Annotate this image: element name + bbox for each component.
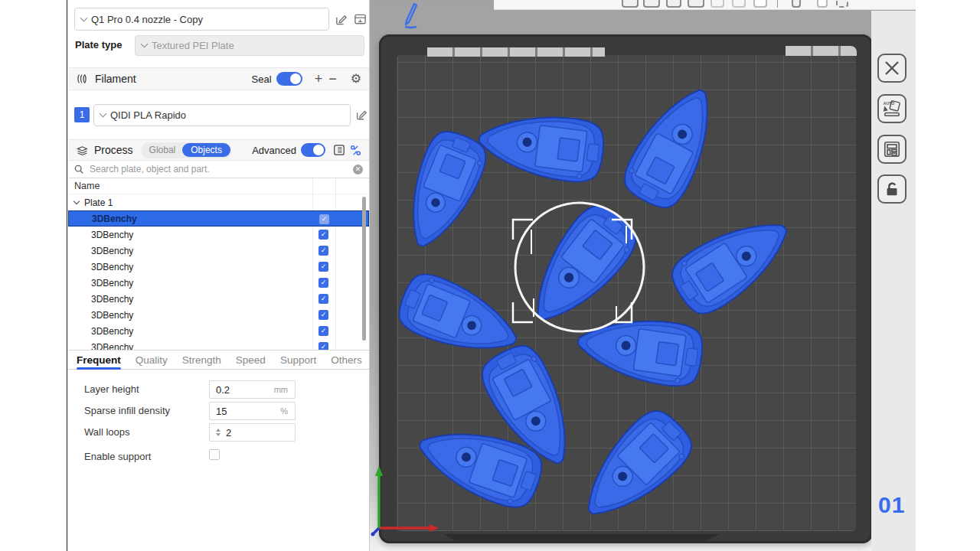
object-row[interactable]: 3DBenchy <box>68 243 369 259</box>
object-checkbox[interactable] <box>318 342 328 350</box>
plate-row[interactable]: Plate 1 <box>68 194 369 210</box>
plate-edge-marking <box>786 46 857 56</box>
search-bar: ✕ <box>68 161 369 178</box>
compare-parameters-icon[interactable] <box>350 145 361 156</box>
toolbar-fragment-icon[interactable] <box>643 0 660 8</box>
setting-value: 2 <box>226 427 231 439</box>
object-name: 3DBenchy <box>68 278 133 289</box>
setting-input[interactable]: 2 <box>209 423 296 442</box>
process-title: Process <box>94 144 133 156</box>
object-checkbox[interactable] <box>318 326 328 336</box>
setting-value: 0.2 <box>216 384 230 396</box>
toolbar-fragment-icon[interactable] <box>688 0 704 8</box>
setting-input[interactable]: 15% <box>209 402 296 420</box>
search-input[interactable] <box>88 163 348 175</box>
parameter-list-icon[interactable] <box>333 144 345 156</box>
printer-select[interactable]: Q1 Pro 0.4 nozzle - Copy <box>74 8 329 31</box>
build-plate[interactable] <box>379 34 873 543</box>
tab-others[interactable]: Others <box>331 350 362 369</box>
scope-global-button[interactable]: Global <box>142 143 183 157</box>
advanced-label: Advanced <box>252 145 296 156</box>
auto-orient-button[interactable]: AUTO <box>877 94 906 123</box>
object-checkbox[interactable] <box>318 246 328 256</box>
remove-filament-button[interactable]: − <box>325 72 340 86</box>
object-checkbox[interactable] <box>318 262 328 272</box>
object-row[interactable]: 3DBenchy <box>68 275 369 291</box>
expand-chevron-icon[interactable] <box>74 198 80 204</box>
object-name: 3DBenchy <box>68 294 133 305</box>
object-checkbox[interactable] <box>319 214 329 224</box>
seal-toggle[interactable] <box>276 72 302 86</box>
left-gutter <box>0 0 67 551</box>
tab-quality[interactable]: Quality <box>136 350 168 369</box>
object-checkbox[interactable] <box>318 278 328 288</box>
toolbar-fragment-icon[interactable] <box>710 0 724 8</box>
tree-header: Name <box>68 178 369 194</box>
plate-edge-marking <box>427 47 605 57</box>
edit-tool-pencil-icon[interactable] <box>400 2 420 32</box>
close-plate-button[interactable] <box>877 54 906 83</box>
setting-unit: % <box>280 406 288 416</box>
sparse-infill-density-row: Sparse infill density15% <box>68 402 369 420</box>
chevron-down-icon <box>100 110 107 118</box>
object-name: 3DBenchy <box>68 246 133 256</box>
plate-type-select[interactable]: Textured PEI Plate <box>135 35 364 56</box>
object-row[interactable]: 3DBenchy <box>68 210 369 227</box>
toolbar-fragment-icon[interactable] <box>777 0 778 8</box>
filament-settings-gear-icon[interactable]: ⚙ <box>351 73 361 85</box>
add-filament-button[interactable]: + <box>312 72 326 86</box>
scope-objects-button[interactable]: Objects <box>182 143 230 157</box>
advanced-toggle[interactable] <box>301 143 325 157</box>
tab-support[interactable]: Support <box>280 350 316 369</box>
filament-coil-icon <box>76 72 90 86</box>
object-row[interactable]: 3DBenchy <box>68 259 369 275</box>
object-checkbox[interactable] <box>318 310 328 320</box>
plate-number: 01 <box>878 492 905 518</box>
toolbar-fragment-icon[interactable] <box>792 0 801 8</box>
object-row[interactable]: 3DBenchy <box>68 339 369 350</box>
object-row[interactable]: 3DBenchy <box>68 307 369 323</box>
arrange-plate-button[interactable] <box>877 135 906 164</box>
filament-title: Filament <box>95 73 136 85</box>
tab-speed[interactable]: Speed <box>236 350 266 369</box>
setting-label: Enable support <box>84 451 151 462</box>
chevron-down-icon <box>80 14 88 21</box>
setting-input[interactable]: 0.2mm <box>209 380 296 399</box>
stepper-arrows-icon[interactable] <box>216 429 220 436</box>
toolbar-fragment-icon[interactable] <box>817 0 828 8</box>
tab-frequent[interactable]: Frequent <box>77 350 121 369</box>
object-name: 3DBenchy <box>68 230 133 240</box>
setting-label: Wall loops <box>84 426 129 438</box>
toolbar-fragment-icon[interactable] <box>666 0 681 8</box>
lock-plate-button[interactable] <box>877 174 906 204</box>
toolbar-fragment-icon[interactable] <box>753 0 767 8</box>
enable-support-row: Enable support <box>68 448 369 466</box>
object-row[interactable]: 3DBenchy <box>68 291 369 307</box>
setting-value: 15 <box>216 406 227 417</box>
toolbar-fragment-icon[interactable] <box>836 0 848 8</box>
edit-filament-icon[interactable] <box>355 109 368 121</box>
auto-icon-label: AUTO <box>884 101 894 106</box>
clear-search-icon[interactable]: ✕ <box>353 165 363 174</box>
tree-scrollbar[interactable] <box>362 197 366 341</box>
tab-strength[interactable]: Strength <box>182 350 221 369</box>
object-name: 3DBenchy <box>68 342 133 350</box>
edit-printer-icon[interactable] <box>335 13 348 26</box>
toolbar-fragment-icon[interactable] <box>622 0 639 8</box>
toolbar-fragment-icon[interactable] <box>732 0 746 8</box>
process-bar: Process Global Objects Advanced <box>68 139 369 161</box>
process-layers-icon <box>76 144 89 157</box>
settings-panel: Q1 Pro 0.4 nozzle - Copy Plate type Text… <box>68 0 370 551</box>
object-name: 3DBenchy <box>68 310 133 321</box>
filament-select[interactable]: QIDI PLA Rapido <box>93 104 351 126</box>
object-row[interactable]: 3DBenchy <box>68 227 369 243</box>
search-icon <box>74 165 83 174</box>
object-checkbox[interactable] <box>318 230 328 240</box>
printer-monitor-icon[interactable] <box>354 13 367 26</box>
object-checkbox[interactable] <box>318 294 328 304</box>
object-tree: Name Plate 1 3DBenchy3DBenchy3DBenchy3DB… <box>68 178 369 350</box>
viewport-3d[interactable]: AUTO 01 <box>370 0 916 551</box>
filament-slot-number[interactable]: 1 <box>74 107 90 122</box>
enable-support-checkbox[interactable] <box>209 449 220 460</box>
object-row[interactable]: 3DBenchy <box>68 323 369 339</box>
